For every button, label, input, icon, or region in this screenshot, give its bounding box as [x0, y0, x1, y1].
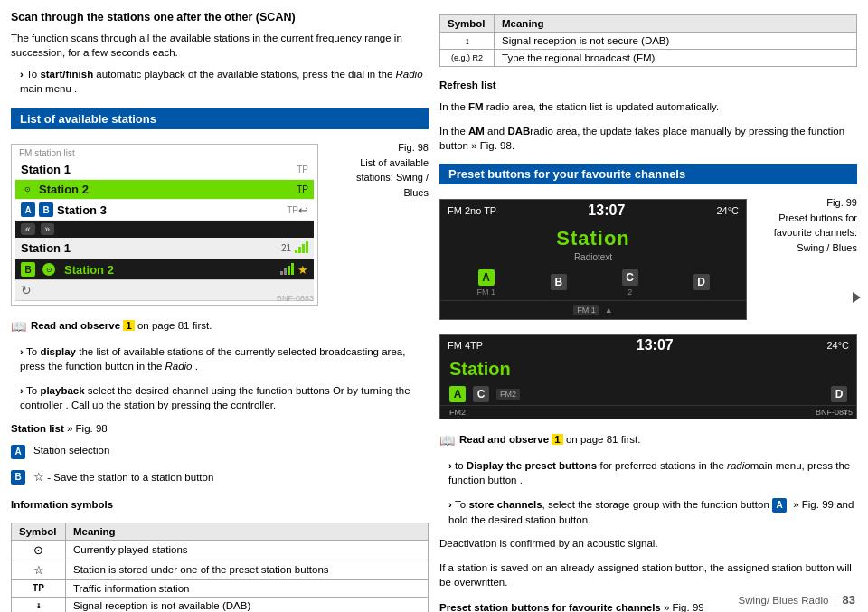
- symbol-cell: TP: [12, 579, 66, 597]
- radio-station-name-2: Station: [440, 355, 856, 383]
- radio-btn-row-2: A C FM2 D: [440, 383, 856, 405]
- tp-label: TP: [470, 340, 483, 351]
- scan-body: The function scans through all the avail…: [11, 31, 429, 60]
- station-list-b: B ☆ - Save the station to a station butt…: [11, 470, 429, 485]
- bullet-display-preset: to Display the preset buttons for prefer…: [439, 458, 857, 487]
- bnf-code-3: BNF-0875: [816, 408, 853, 417]
- info-symbols-heading: Information symbols: [11, 497, 429, 512]
- btn-a[interactable]: A: [478, 269, 495, 286]
- bnf-code: BNF-0883: [277, 294, 314, 303]
- fm2-label-bottom: FM2: [449, 408, 466, 417]
- bullet-playback: To playback select the desired channel u…: [11, 383, 429, 412]
- separator: │: [832, 595, 838, 606]
- inline-label-a: A: [772, 498, 787, 513]
- radio-station-name-1: Station: [556, 227, 630, 250]
- station-2-row-active: ⊙ Station 2 TP: [15, 180, 314, 200]
- info-symbols-table: Symbol Meaning ⊙ Currently played statio…: [11, 523, 429, 612]
- r-table-header-meaning: Meaning: [495, 15, 857, 33]
- forward-btn[interactable]: »: [41, 223, 55, 235]
- book-icon-right: 📖: [439, 433, 455, 447]
- radio-main-area-1: Station Radiotext: [440, 221, 746, 266]
- btn-b[interactable]: B: [551, 274, 567, 290]
- label-b: B: [11, 470, 25, 485]
- fm1-sub: FM 1: [476, 287, 495, 297]
- read-observe-left: 📖 Read and observe 1 on page 81 first.: [11, 320, 429, 334]
- station-1-row: Station 1 TP: [15, 160, 314, 180]
- radio-bottom-bar-2: FM2 4: [440, 405, 856, 419]
- table-row: (e.g.) R2 Type the regional broadcast (F…: [440, 50, 857, 67]
- time-display-2: 13:07: [483, 337, 826, 353]
- fm1-badge: FM 1: [573, 305, 599, 315]
- book-icon: 📖: [11, 319, 26, 334]
- fm2-label: FM 2: [448, 205, 470, 216]
- table-row: ☆ Station is stored under one of the pre…: [12, 560, 429, 579]
- r-table-header-symbol: Symbol: [440, 15, 495, 33]
- radio-top-bar-2: FM 4 TP 13:07 24°C: [440, 335, 856, 355]
- station-3-row: A B Station 3 TP ↩: [15, 200, 314, 221]
- table-row: ⊙ Currently played stations: [12, 540, 429, 560]
- no-tp-label: no TP: [470, 205, 496, 216]
- swing-blues-label: Swing/ Blues Radio: [739, 595, 829, 606]
- num2-sub: 2: [627, 287, 632, 297]
- btn2-a[interactable]: A: [449, 386, 466, 402]
- refresh-heading: Refresh list: [439, 78, 857, 92]
- refresh-icon: ↻: [21, 283, 32, 297]
- meaning-cell: Currently played stations: [66, 540, 429, 560]
- signal-icon: [295, 240, 308, 256]
- btn-c-group: C 2: [622, 269, 638, 297]
- star-fav-icon: ★: [297, 263, 308, 277]
- radio-display-2: FM 4 TP 13:07 24°C Station A C FM2 D FM2…: [439, 334, 857, 419]
- temp-label-1: 24°C: [716, 205, 739, 216]
- star-icon-inline: ☆: [33, 470, 44, 484]
- symbol-cell: ᵻ: [440, 33, 495, 50]
- btn-c[interactable]: C: [622, 269, 638, 286]
- station-2-sub: B ⊙ Station 2 ★: [15, 259, 314, 280]
- symbol-cell: ☆: [12, 560, 66, 579]
- station-list-a: A Station selection: [11, 445, 429, 459]
- btn-d[interactable]: D: [693, 274, 710, 290]
- table-header-symbol: Symbol: [12, 523, 66, 540]
- bullet-display: To display the list of available station…: [11, 344, 429, 373]
- fig-98-label: Fig. 98 List of available stations: Swin…: [329, 140, 429, 200]
- bullet-start-finish: To start/finish automatic playback of th…: [11, 67, 429, 96]
- station-list-label: Station list » Fig. 98: [11, 421, 429, 436]
- right-column: Symbol Meaning ᵻ Signal reception is not…: [439, 11, 857, 612]
- fm4-label: FM 4: [448, 340, 470, 351]
- table-header-meaning: Meaning: [66, 523, 429, 540]
- btn-b-group: B: [551, 274, 567, 292]
- meaning-cell: Type the regional broadcast (FM): [495, 50, 857, 67]
- table-row: ᵻ Signal reception is not available (DAB…: [12, 597, 429, 612]
- nav-right-arrow[interactable]: [853, 290, 861, 306]
- btn-d-group: D: [693, 274, 710, 292]
- label-a-badge: A: [21, 202, 35, 217]
- temp-label-2: 24°C: [826, 340, 849, 351]
- back-icon: ↩: [298, 203, 308, 217]
- btn2-d[interactable]: D: [831, 386, 847, 402]
- station-2-active-icon: ⊙: [42, 263, 55, 276]
- list-of-stations-header: List of available stations: [11, 108, 429, 129]
- label-b-green-badge: B: [21, 262, 35, 277]
- btn2-c[interactable]: C: [473, 386, 489, 402]
- label-a: A: [11, 445, 25, 459]
- meaning-cell: Signal reception is not secure (DAB): [495, 33, 857, 50]
- btn-a-group: A FM 1: [476, 269, 495, 297]
- meaning-cell: Station is stored under one of the prese…: [66, 560, 429, 579]
- label-b-badge: B: [39, 202, 53, 217]
- radio-display-1: FM 2 no TP 13:07 24°C Station Radiotext …: [439, 199, 747, 320]
- radio-top-bar-1: FM 2 no TP 13:07 24°C: [440, 200, 746, 221]
- refresh-fm-text: In the FM radio area, the station list i…: [439, 99, 857, 114]
- rewind-btn[interactable]: «: [21, 223, 35, 235]
- symbol-cell: ᵻ: [12, 597, 66, 612]
- radio-bottom-bar-1: FM 1 ▲: [440, 300, 746, 319]
- left-column: Scan through the stations one after the …: [11, 11, 429, 612]
- deactivation-text: Deactivation is confirmed by an acoustic…: [439, 536, 857, 551]
- fm-station-list: FM station list Station 1 TP ⊙ Station 2…: [11, 144, 318, 306]
- preset-section-header: Preset buttons for your favourite channe…: [439, 164, 857, 184]
- right-info-table: Symbol Meaning ᵻ Signal reception is not…: [439, 14, 857, 67]
- page-number: 83: [843, 593, 855, 607]
- fm-control-bar: « »: [15, 221, 314, 238]
- table-row: TP Traffic information station: [12, 579, 429, 597]
- bullet-store-channels: To store channels, select the storage gr…: [439, 497, 857, 527]
- arrow-up: ▲: [605, 306, 613, 315]
- station-1-sub: Station 1 21: [15, 238, 314, 259]
